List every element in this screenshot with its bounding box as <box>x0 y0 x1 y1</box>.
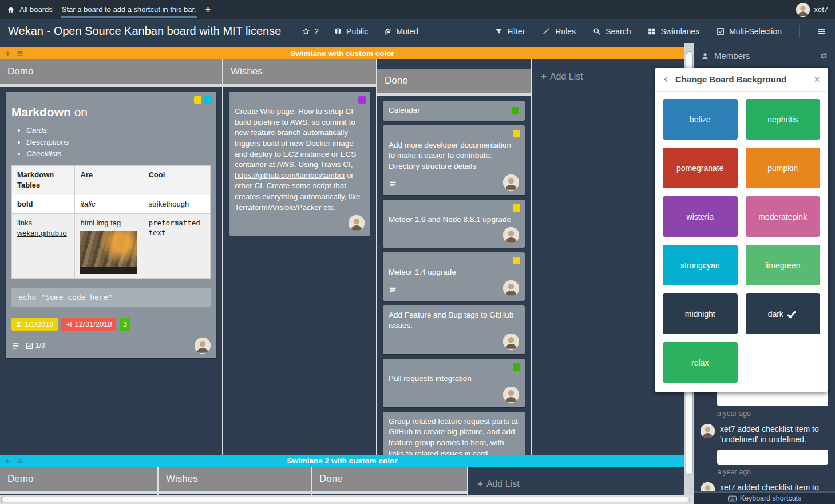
horizontal-scrollbar[interactable] <box>0 495 694 504</box>
back-chevron-icon[interactable] <box>663 75 670 84</box>
filter-button[interactable]: Filter <box>495 27 525 36</box>
comment-input[interactable] <box>717 450 828 465</box>
swatch-wisteria[interactable]: wisteria <box>663 196 738 237</box>
visibility-toggle[interactable]: Public <box>334 27 368 36</box>
board-title: Wekan - Open Source Kanban board with MI… <box>8 25 281 38</box>
multi-selection-button[interactable]: Multi-Selection <box>717 27 782 36</box>
card-member-avatar[interactable] <box>503 227 519 243</box>
swatch-pomegranate[interactable]: pomegranate <box>663 148 738 188</box>
swatch-strongcyan[interactable]: strongcyan <box>663 245 738 285</box>
lambci-link[interactable]: https://github.com/lambci/lambci <box>235 171 345 180</box>
description-icon <box>11 342 20 350</box>
card-member-avatar[interactable] <box>503 334 519 350</box>
card-wiki-page[interactable]: Create Wiki page: How to setup CI build … <box>229 92 370 236</box>
card-pull-requests[interactable]: Pull requests integration <box>383 359 525 407</box>
card-footer <box>389 174 519 191</box>
card-calendar[interactable]: Calendar <box>383 101 525 121</box>
checklist-icon <box>26 342 33 350</box>
swatch-limegreen[interactable]: limegreen <box>746 245 821 285</box>
mute-toggle[interactable]: Muted <box>383 27 418 36</box>
list-demo-header[interactable]: Demo <box>0 59 222 87</box>
swatch-label: belize <box>690 115 711 124</box>
card-member-avatar[interactable] <box>195 338 211 354</box>
swatch-relax[interactable]: relax <box>663 342 738 383</box>
card-text: Meteor 1.4 upgrade <box>389 268 456 276</box>
list-wishes-2-header[interactable]: Wishes <box>159 467 311 494</box>
checkbox-icon <box>717 27 725 35</box>
list-done-2-header[interactable]: Done <box>312 467 467 494</box>
description-icon <box>389 285 397 293</box>
list-title: Demo <box>7 473 33 485</box>
swatch-nephritis[interactable]: nephritis <box>746 99 821 140</box>
list-wishes-2: Wishes <box>159 467 312 495</box>
keyboard-shortcuts-bar[interactable]: Keyboard shortcuts <box>694 491 835 504</box>
card-member-avatar[interactable] <box>349 215 365 231</box>
muted-label: Muted <box>396 27 418 36</box>
hamburger-menu-button[interactable] <box>817 27 827 36</box>
card-meteor-14[interactable]: Meteor 1.4 upgrade <box>383 252 525 301</box>
card-member-avatar[interactable] <box>503 280 519 296</box>
card-member-avatar[interactable] <box>503 387 519 403</box>
card-member-avatar[interactable] <box>503 174 519 191</box>
start-date-badge[interactable]: 1/1/2018 <box>11 318 58 331</box>
activity-avatar[interactable] <box>701 424 715 438</box>
card-group-features[interactable]: Group related feature request parts at G… <box>383 412 525 455</box>
swimlane-add-icon[interactable]: + <box>5 456 10 466</box>
card-labels <box>194 96 212 104</box>
rules-button[interactable]: Rules <box>542 27 576 36</box>
swimlane-2-title[interactable]: Swimlane 2 with custom color <box>0 457 684 465</box>
swatch-pumpkin[interactable]: pumpkin <box>746 148 821 188</box>
selected-check-icon <box>785 308 798 320</box>
list-demo-body: Markdown on Cards Descriptions Checklist… <box>0 87 222 455</box>
card-developer-docs[interactable]: Add more developer documentation to make… <box>383 125 525 195</box>
close-icon[interactable]: × <box>814 74 820 85</box>
swimlanes-button[interactable]: Swimlanes <box>648 27 699 36</box>
label-cyan <box>204 96 212 104</box>
list-done-header[interactable]: Done <box>377 69 531 96</box>
star-counter[interactable]: 2 <box>302 27 319 36</box>
bullet-item: Descriptions <box>26 137 211 148</box>
swimlane-menu-icon[interactable] <box>16 50 24 57</box>
list-demo-2-header[interactable]: Demo <box>0 467 157 494</box>
gear-icon[interactable] <box>820 51 828 60</box>
swatch-label: pumpkin <box>767 164 798 173</box>
strike-sample: strikethough <box>148 200 189 208</box>
swatch-midnight[interactable]: midnight <box>663 293 738 334</box>
card-labels <box>358 96 366 104</box>
swimlane-1-title[interactable]: Swimlane with custom color <box>0 49 684 58</box>
bullet-item: Checklists <box>26 149 211 160</box>
list-wishes-title: Wishes <box>231 66 263 77</box>
search-label: Search <box>606 27 631 36</box>
all-boards-link[interactable]: All boards <box>7 5 53 14</box>
list-wishes-header[interactable]: Wishes <box>223 59 376 87</box>
card-github-tags[interactable]: Add Feature and Bug tags to GitHub issue… <box>383 305 525 354</box>
due-date-badge[interactable]: 12/31/2018 <box>61 318 116 331</box>
swatch-moderatepink[interactable]: moderatepink <box>746 196 821 237</box>
add-list-button[interactable]: + Add List <box>477 478 675 490</box>
swatch-dark-selected[interactable]: dark <box>746 293 821 334</box>
search-button[interactable]: Search <box>593 27 631 36</box>
horizontal-scrollbar-thumb[interactable] <box>1 497 690 502</box>
user-avatar[interactable] <box>796 3 810 17</box>
table-cell-pre: preformatted text <box>143 213 211 278</box>
visibility-label: Public <box>346 27 368 36</box>
pre-sample: preformatted text <box>148 219 200 237</box>
swimlane-1-header: + Swimlane with custom color <box>0 47 684 59</box>
star-icon <box>302 27 310 35</box>
card-footer <box>389 387 519 403</box>
comment-input[interactable] <box>717 391 828 406</box>
card-markdown[interactable]: Markdown on Cards Descriptions Checklist… <box>6 92 216 358</box>
swatch-belize[interactable]: belize <box>663 99 738 140</box>
activity-feed: a year ago xet7 added checklist item to … <box>694 391 835 502</box>
count-badge[interactable]: 3 <box>120 318 130 331</box>
swatch-label: moderatepink <box>758 212 807 221</box>
swimlane-add-icon[interactable]: + <box>5 49 10 58</box>
swimlane-menu-icon[interactable] <box>16 458 24 465</box>
wekan-link[interactable]: wekan.gihub.io <box>17 229 67 237</box>
swatch-label: nephritis <box>767 115 798 124</box>
add-board-button[interactable]: + <box>205 5 211 15</box>
user-menu[interactable]: xet7 <box>796 3 828 17</box>
home-icon <box>7 6 15 14</box>
card-meteor-16[interactable]: Meteor 1.6 and Node 8.8.1 upgrade <box>383 200 525 248</box>
list-demo: Demo Markdown on Cards Descriptio <box>0 59 223 455</box>
